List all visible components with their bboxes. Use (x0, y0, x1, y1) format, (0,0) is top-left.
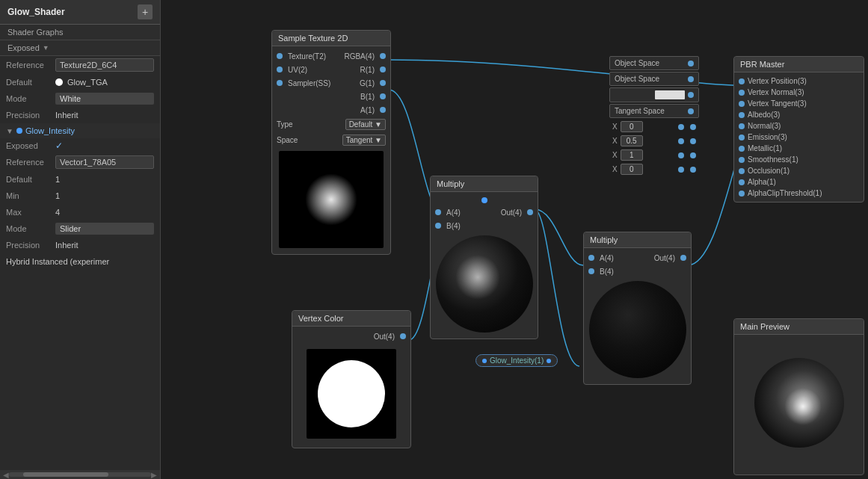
x-port-4[interactable] (678, 167, 684, 173)
texture-glow-icon (305, 173, 357, 226)
glow-mode-value[interactable]: Slider (55, 223, 154, 235)
dropdown-arrow-icon: ▼ (43, 44, 49, 52)
mode-value[interactable]: White (55, 93, 154, 105)
x-port-1[interactable] (678, 124, 684, 130)
obj-space-white-port[interactable] (688, 92, 694, 98)
shader-graphs-header[interactable]: Shader Graphs (0, 25, 160, 40)
vertex-out-label: Out(4) (374, 333, 395, 341)
glow-reference-value[interactable]: Vector1_78A05 (55, 155, 154, 169)
vertex-out-port[interactable] (400, 333, 406, 339)
a-port-row: A(1) (272, 103, 390, 117)
glow-default-row: Default 1 (0, 171, 160, 188)
multiply1-center-dot[interactable] (481, 197, 487, 203)
horizontal-scrollbar[interactable]: ◀ ▶ (0, 470, 160, 479)
multiply1-b-row: B(4) (431, 219, 538, 232)
texture-port-in[interactable] (277, 53, 283, 59)
vertex-normal-row: Vertex Normal(3) (734, 87, 864, 98)
metallic-port[interactable] (739, 146, 745, 152)
vertex-normal-label: Vertex Normal(3) (748, 88, 859, 96)
smoothness-label: Smoothness(1) (748, 155, 859, 164)
obj-space-row-1[interactable]: Object Space (609, 56, 699, 70)
alpha-port[interactable] (739, 179, 745, 185)
x-input-3[interactable] (621, 149, 643, 161)
sample-texture-title: Sample Texture 2D (278, 34, 348, 43)
add-button[interactable]: + (138, 4, 153, 19)
x-port-2[interactable] (678, 138, 684, 144)
obj-space-port-1[interactable] (688, 61, 694, 67)
rgba-port-out[interactable] (380, 53, 386, 59)
normal-row: Normal(3) (734, 120, 864, 132)
exposed-section-header[interactable]: Exposed ▼ (0, 40, 160, 56)
obj-space-white-row[interactable] (609, 87, 699, 102)
panel-title: Glow_Shader (7, 7, 65, 17)
vertex-color-node[interactable]: Vertex Color Out(4) (292, 310, 411, 448)
obj-space-label-2: Object Space (615, 75, 659, 83)
x-input-4[interactable] (621, 164, 643, 175)
normal-port[interactable] (739, 123, 745, 129)
albedo-port[interactable] (739, 112, 745, 118)
collapse-arrow-icon: ▼ (6, 127, 13, 135)
occlusion-port[interactable] (739, 168, 745, 174)
alpha-label: Alpha(1) (748, 178, 859, 186)
b-port-out[interactable] (380, 93, 386, 99)
metallic-label: Metallic(1) (748, 144, 859, 152)
x-port-right-2[interactable] (690, 138, 696, 144)
reference-value[interactable]: Texture2D_6C4 (55, 58, 154, 72)
pbr-master-header: PBR Master (734, 57, 864, 72)
glow-section-name: Glow_Intesity (25, 126, 75, 135)
alpha-clip-port[interactable] (739, 191, 745, 197)
sampler-port-in[interactable] (277, 80, 283, 86)
sample-texture-node[interactable]: Sample Texture 2D Texture(T2) RGBA(4) UV… (271, 30, 391, 255)
g-port-out[interactable] (380, 80, 386, 86)
tangent-space-port[interactable] (688, 108, 694, 114)
multiply1-b-port[interactable] (435, 223, 441, 229)
x-input-1[interactable] (621, 121, 643, 132)
scrollbar-track[interactable] (9, 472, 151, 477)
tangent-space-row[interactable]: Tangent Space (609, 104, 699, 118)
multiply1-a-row: A(4) Out(4) (431, 205, 538, 219)
x-input-2[interactable] (621, 135, 643, 146)
x-port-right-1[interactable] (690, 124, 696, 130)
space-row: Space Tangent ▼ (272, 132, 390, 148)
vertex-normal-port[interactable] (739, 90, 745, 96)
uv-port-in[interactable] (277, 67, 283, 72)
glow-max-label: Max (6, 208, 51, 217)
metallic-row: Metallic(1) (734, 143, 864, 154)
obj-space-row-2[interactable]: Object Space (609, 72, 699, 86)
mode-label: Mode (6, 94, 51, 103)
scrollbar-thumb[interactable] (23, 472, 108, 477)
x-port-3[interactable] (678, 152, 684, 158)
alpha-clip-label: AlphaClipThreshold(1) (748, 189, 859, 197)
multiply1-out-port[interactable] (527, 209, 533, 215)
glow-label-dot2-icon (547, 359, 551, 363)
scroll-left-icon[interactable]: ◀ (3, 471, 9, 479)
multiply1-header: Multiply (431, 176, 538, 192)
multiply-node-1[interactable]: Multiply A(4) Out(4) B(4) (430, 176, 538, 339)
a-port-out[interactable] (380, 107, 386, 113)
multiply1-a-port[interactable] (435, 209, 441, 215)
glow-reference-label: Reference (6, 158, 51, 167)
emission-port[interactable] (739, 135, 745, 140)
scroll-right-icon[interactable]: ▶ (151, 471, 157, 479)
multiply-node-2[interactable]: Multiply A(4) Out(4) B(4) (583, 232, 692, 385)
multiply2-a-port[interactable] (588, 255, 594, 261)
canvas-area[interactable]: MainTex(T2) UV0 ▼ ◆ Sample Texture 2D Te… (161, 0, 868, 479)
x-port-right-4[interactable] (690, 167, 696, 173)
space-dropdown[interactable]: Tangent ▼ (342, 135, 386, 146)
glow-section-header[interactable]: ▼ Glow_Intesity (0, 123, 160, 138)
multiply2-b-port[interactable] (588, 268, 594, 274)
occlusion-row: Occlusion(1) (734, 165, 864, 176)
obj-space-port-2[interactable] (688, 76, 694, 82)
multiply2-out-port[interactable] (680, 255, 686, 261)
type-dropdown[interactable]: Default ▼ (345, 119, 386, 130)
glow-mode-row: Mode Slider (0, 220, 160, 237)
r-port-out[interactable] (380, 67, 386, 72)
x-port-right-3[interactable] (690, 152, 696, 158)
smoothness-port[interactable] (739, 157, 745, 163)
vertex-tangent-port[interactable] (739, 101, 745, 107)
pbr-master-node[interactable]: PBR Master Vertex Position(3) Vertex Nor… (733, 56, 864, 203)
vertex-color-header: Vertex Color (292, 311, 410, 327)
glow-intesity-label[interactable]: Glow_Intesity(1) (475, 354, 558, 367)
vertex-pos-port[interactable] (739, 78, 745, 84)
multiply1-body: A(4) Out(4) B(4) (431, 192, 538, 339)
